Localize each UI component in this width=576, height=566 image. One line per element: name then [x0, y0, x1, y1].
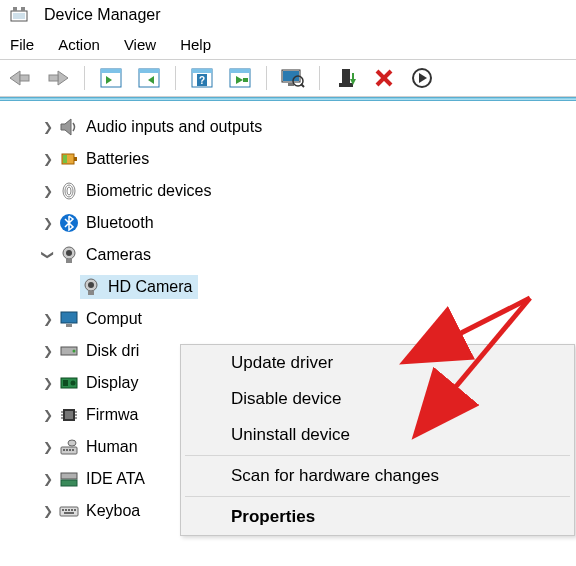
- keyboard-icon: [58, 500, 80, 522]
- chevron-right-icon[interactable]: ❯: [38, 216, 58, 230]
- chevron-right-icon[interactable]: ❯: [38, 472, 58, 486]
- menu-item-scan-hardware[interactable]: Scan for hardware changes: [181, 458, 574, 494]
- menubar: File Action View Help: [0, 30, 576, 59]
- context-menu: Update driver Disable device Uninstall d…: [180, 344, 575, 536]
- tree-label: Disk dri: [86, 342, 139, 360]
- svg-rect-3: [13, 13, 25, 19]
- svg-rect-38: [63, 155, 67, 163]
- chevron-right-icon[interactable]: ❯: [38, 408, 58, 422]
- chevron-right-icon[interactable]: ❯: [38, 376, 58, 390]
- svg-marker-35: [61, 119, 71, 135]
- svg-rect-50: [66, 324, 72, 327]
- svg-rect-57: [65, 411, 73, 419]
- ide-icon: [58, 468, 80, 490]
- chevron-right-icon[interactable]: ❯: [38, 152, 58, 166]
- svg-point-69: [68, 440, 76, 446]
- svg-rect-37: [74, 157, 77, 161]
- tree-node-audio[interactable]: ❯ Audio inputs and outputs: [0, 111, 576, 143]
- show-hide-console-tree-button[interactable]: [97, 64, 125, 92]
- battery-icon: [58, 148, 80, 170]
- chevron-right-icon[interactable]: ❯: [38, 344, 58, 358]
- camera-icon: [80, 276, 102, 298]
- menu-item-disable-device[interactable]: Disable device: [181, 381, 574, 417]
- forward-button[interactable]: [44, 64, 72, 92]
- tree-node-batteries[interactable]: ❯ Batteries: [0, 143, 576, 175]
- menu-item-properties[interactable]: Properties: [181, 499, 574, 535]
- menu-item-update-driver[interactable]: Update driver: [181, 345, 574, 381]
- chevron-right-icon[interactable]: ❯: [38, 312, 58, 326]
- svg-rect-49: [61, 312, 77, 323]
- help-button[interactable]: ?: [188, 64, 216, 92]
- menu-separator: [185, 455, 570, 456]
- tree-node-biometric[interactable]: ❯ Biometric devices: [0, 175, 576, 207]
- svg-point-44: [66, 250, 72, 256]
- svg-rect-48: [88, 291, 94, 295]
- chevron-right-icon[interactable]: ❯: [38, 184, 58, 198]
- tree-node-bluetooth[interactable]: ❯ Bluetooth: [0, 207, 576, 239]
- tree-label: Bluetooth: [86, 214, 154, 232]
- tree-label: Firmwa: [86, 406, 138, 424]
- svg-rect-70: [61, 473, 77, 479]
- menu-file[interactable]: File: [10, 36, 34, 53]
- back-button[interactable]: [6, 64, 34, 92]
- menu-item-uninstall-device[interactable]: Uninstall device: [181, 417, 574, 453]
- monitor-scan-icon[interactable]: [279, 64, 307, 92]
- scan-hardware-button[interactable]: [226, 64, 254, 92]
- svg-rect-73: [62, 509, 64, 511]
- tree-label: IDE ATA: [86, 470, 145, 488]
- chevron-right-icon[interactable]: ❯: [38, 120, 58, 134]
- fingerprint-icon: [58, 180, 80, 202]
- chevron-right-icon[interactable]: ❯: [38, 504, 58, 518]
- chevron-down-icon[interactable]: ❯: [41, 245, 55, 265]
- tree-label: Biometric devices: [86, 182, 211, 200]
- uninstall-device-icon[interactable]: [370, 64, 398, 92]
- svg-rect-30: [352, 73, 354, 80]
- svg-rect-15: [192, 69, 212, 73]
- monitor-icon: [58, 308, 80, 330]
- svg-text:?: ?: [199, 75, 205, 86]
- toolbar-separator: [84, 66, 85, 90]
- app-icon: [8, 4, 30, 26]
- tree-label: Comput: [86, 310, 142, 328]
- svg-rect-65: [63, 449, 65, 451]
- svg-point-41: [67, 187, 71, 195]
- chevron-right-icon[interactable]: ❯: [38, 440, 58, 454]
- menu-help[interactable]: Help: [180, 36, 211, 53]
- tree-label: HD Camera: [108, 278, 192, 296]
- update-driver-icon[interactable]: [332, 64, 360, 92]
- svg-rect-9: [101, 69, 121, 73]
- svg-rect-74: [65, 509, 67, 511]
- svg-point-47: [88, 282, 94, 288]
- toolbar: ?: [0, 59, 576, 97]
- tree-label: Cameras: [86, 246, 151, 264]
- show-hide-action-pane-button[interactable]: [135, 64, 163, 92]
- svg-rect-75: [68, 509, 70, 511]
- window-title: Device Manager: [44, 6, 161, 24]
- tree-node-computer[interactable]: ❯ Comput: [0, 303, 576, 335]
- svg-rect-7: [49, 75, 58, 81]
- toolbar-separator: [266, 66, 267, 90]
- menu-action[interactable]: Action: [58, 36, 100, 53]
- tree-node-hd-camera[interactable]: HD Camera: [0, 271, 576, 303]
- svg-rect-45: [66, 259, 72, 263]
- bluetooth-icon: [58, 212, 80, 234]
- svg-rect-78: [64, 512, 74, 514]
- hid-icon: [58, 436, 80, 458]
- toolbar-separator: [319, 66, 320, 90]
- tree-label: Human: [86, 438, 138, 456]
- svg-point-55: [71, 381, 76, 386]
- tree-node-cameras[interactable]: ❯ Cameras: [0, 239, 576, 271]
- svg-rect-2: [21, 7, 25, 11]
- svg-rect-1: [13, 7, 17, 11]
- svg-rect-5: [20, 75, 29, 81]
- toolbar-separator: [175, 66, 176, 90]
- menu-view[interactable]: View: [124, 36, 156, 53]
- svg-rect-21: [243, 78, 248, 82]
- svg-rect-27: [342, 69, 350, 83]
- disk-icon: [58, 340, 80, 362]
- svg-rect-19: [230, 69, 250, 73]
- svg-rect-66: [66, 449, 68, 451]
- camera-icon: [58, 244, 80, 266]
- chip-icon: [58, 404, 80, 426]
- disable-device-icon[interactable]: [408, 64, 436, 92]
